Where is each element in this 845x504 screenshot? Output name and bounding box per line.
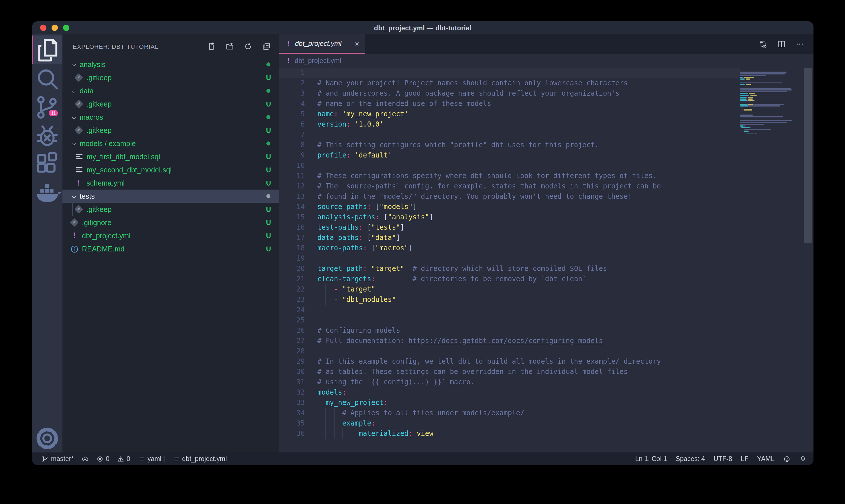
docker-icon (32, 178, 62, 208)
breadcrumb[interactable]: ! dbt_project.yml (279, 54, 813, 68)
status-label: dbt_project.yml (182, 455, 227, 462)
tree-file-readme-md[interactable]: iREADME.mdU (62, 242, 279, 255)
tree-file-my-second-dbt-model-sql[interactable]: my_second_dbt_model.sqlU (62, 163, 279, 176)
code-line-13[interactable]: 13# found in the "models/" directory. Yo… (279, 191, 740, 202)
tree-folder-tests[interactable]: tests (62, 190, 279, 203)
status-dbt-status[interactable]: dbt_project.yml (173, 455, 227, 463)
tree-file-schema-yml[interactable]: !schema.ymlU (62, 176, 279, 190)
code-line-27[interactable]: 27# Full documentation: https://docs.get… (279, 336, 740, 346)
code-line-3[interactable]: 3# and underscores. A good package name … (279, 88, 740, 98)
code-text: # found in the "models/" directory. You … (317, 191, 632, 202)
close-window-button[interactable] (40, 25, 47, 31)
search-icon (32, 63, 62, 94)
tab-close-icon[interactable]: × (355, 39, 359, 48)
title-bar[interactable]: dbt_project.yml — dbt-tutorial (32, 21, 813, 34)
activity-debug[interactable] (32, 122, 62, 150)
editor-actions (758, 34, 813, 54)
code-line-22[interactable]: 22 - "target" (279, 284, 740, 294)
tree-file-my-first-dbt-model-sql[interactable]: my_first_dbt_model.sqlU (62, 150, 279, 163)
code-text: # Full documentation: https://docs.getdb… (317, 336, 603, 346)
tree-file--gitkeep[interactable]: .gitkeepU (62, 71, 279, 84)
code-line-16[interactable]: 16test-paths: ["tests"] (279, 222, 740, 233)
activity-extensions[interactable] (32, 150, 62, 179)
code-line-28[interactable]: 28 (279, 346, 740, 356)
code-line-31[interactable]: 31# using the `{{ config(...) }}` macro. (279, 377, 740, 387)
scrollbar-thumb[interactable] (804, 68, 812, 244)
vertical-scrollbar[interactable] (804, 68, 813, 452)
status-feedback[interactable] (783, 455, 791, 463)
status-indentation[interactable]: Spaces: 4 (676, 455, 705, 462)
tree-folder-models-example[interactable]: models / example (62, 137, 279, 150)
status-eol[interactable]: LF (741, 455, 749, 462)
code-line-36[interactable]: 36 materialized: view (279, 428, 740, 439)
minimap[interactable] (740, 69, 799, 134)
tab-dbt-project-yml[interactable]: ! dbt_project.yml × (279, 34, 365, 54)
status-language-mode[interactable]: YAML (757, 455, 775, 462)
code-line-14[interactable]: 14source-paths: ["models"] (279, 202, 740, 212)
git-untracked-badge: U (266, 179, 271, 187)
code-line-10[interactable]: 10 (279, 160, 740, 171)
tree-folder-data[interactable]: data (62, 84, 279, 97)
new-folder-icon[interactable] (225, 41, 234, 51)
code-line-21[interactable]: 21clean-targets: # directories to be rem… (279, 274, 740, 284)
code-line-5[interactable]: 5name: 'my_new_project' (279, 109, 740, 119)
tree-file-dbt-project-yml[interactable]: !dbt_project.ymlU (62, 229, 279, 242)
code-line-20[interactable]: 20target-path: "target" # directory whic… (279, 264, 740, 274)
tree-file--gitkeep[interactable]: .gitkeepU (62, 124, 279, 137)
tree-folder-macros[interactable]: macros (62, 110, 279, 124)
code-line-9[interactable]: 9profile: 'default' (279, 150, 740, 160)
code-text: # These configurations specify where dbt… (317, 171, 657, 181)
status-error-count[interactable]: 0 (96, 455, 109, 463)
status-encoding[interactable]: UTF-8 (714, 455, 732, 462)
code-line-26[interactable]: 26# Configuring models (279, 325, 740, 336)
tree-folder-analysis[interactable]: analysis (62, 58, 279, 71)
code-line-6[interactable]: 6version: '1.0.0' (279, 119, 740, 129)
code-line-24[interactable]: 24 (279, 305, 740, 315)
code-area[interactable]: 12# Name your project! Project names sho… (279, 68, 813, 452)
code-line-25[interactable]: 25 (279, 315, 740, 325)
code-line-15[interactable]: 15analysis-paths: ["analysis"] (279, 212, 740, 222)
git-compare-icon[interactable] (758, 39, 768, 49)
code-line-19[interactable]: 19 (279, 253, 740, 264)
code-line-2[interactable]: 2# Name your project! Project names shou… (279, 78, 740, 88)
code-line-18[interactable]: 18macro-paths: ["macros"] (279, 243, 740, 253)
more-actions-icon[interactable] (795, 39, 804, 49)
line-number: 11 (279, 171, 305, 181)
tree-file--gitkeep[interactable]: .gitkeepU (62, 203, 279, 216)
smiley-icon (783, 455, 791, 463)
code-line-1[interactable]: 1 (279, 68, 740, 78)
tree-file--gitignore[interactable]: .gitignoreU (62, 216, 279, 229)
refresh-icon[interactable] (244, 41, 253, 51)
collapse-all-icon[interactable] (262, 41, 271, 51)
code-line-4[interactable]: 4# name or the intended use of these mod… (279, 98, 740, 109)
activity-search[interactable] (32, 64, 62, 93)
code-line-7[interactable]: 7 (279, 129, 740, 140)
code-line-8[interactable]: 8# This setting configures which "profil… (279, 140, 740, 150)
new-file-icon[interactable] (207, 41, 216, 51)
code-line-12[interactable]: 12# The `source-paths` config, for examp… (279, 181, 740, 191)
minimize-window-button[interactable] (52, 25, 58, 31)
status-publish-changes[interactable] (81, 455, 89, 463)
code-line-34[interactable]: 34 # Applies to all files under models/e… (279, 408, 740, 418)
split-editor-icon[interactable] (777, 39, 786, 49)
code-line-29[interactable]: 29# In this example config, we tell dbt … (279, 356, 740, 366)
code-line-23[interactable]: 23 - "dbt_modules" (279, 294, 740, 305)
status-notifications[interactable] (799, 455, 807, 463)
code-line-35[interactable]: 35 example: (279, 418, 740, 428)
code-line-11[interactable]: 11# These configurations specify where d… (279, 171, 740, 181)
status-yaml-status[interactable]: yaml | (138, 455, 165, 463)
status-git-branch-status[interactable]: master* (41, 455, 74, 463)
status-cursor-position[interactable]: Ln 1, Col 1 (635, 455, 667, 462)
activity-docker[interactable] (32, 179, 62, 207)
tree-file--gitkeep[interactable]: .gitkeepU (62, 97, 279, 110)
code-line-33[interactable]: 33 my_new_project: (279, 397, 740, 408)
code-line-32[interactable]: 32models: (279, 387, 740, 397)
activity-source-control[interactable]: 11 (32, 93, 62, 122)
status-warning-count[interactable]: 0 (117, 455, 130, 463)
code-line-30[interactable]: 30# as tables. These settings can be ove… (279, 366, 740, 377)
activity-files[interactable] (32, 36, 62, 64)
cloud-upload-icon (81, 455, 89, 463)
activity-settings[interactable] (32, 424, 62, 452)
code-line-17[interactable]: 17data-paths: ["data"] (279, 233, 740, 243)
zoom-window-button[interactable] (63, 25, 69, 31)
